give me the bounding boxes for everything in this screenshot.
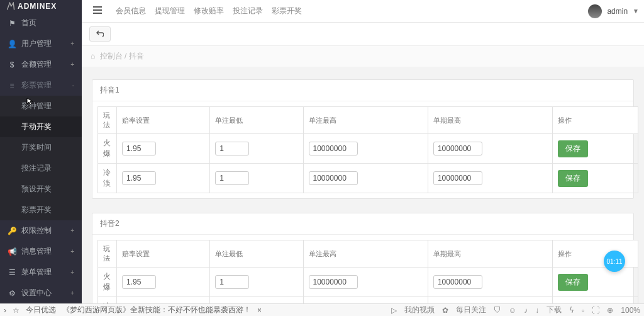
topbar: 会员信息提现管理修改赔率投注记录彩票开奖 admin ▼ <box>82 0 644 23</box>
column-header: 单期最高 <box>428 107 552 134</box>
min-input[interactable] <box>215 142 249 155</box>
sidebar-item-0[interactable]: ⚑首页 <box>0 13 82 33</box>
play-name: 火爆 <box>98 268 117 297</box>
play-name: 冷淡 <box>98 164 117 193</box>
column-header: 玩法 <box>98 107 117 134</box>
status-emoji-icon[interactable]: ☺ <box>509 306 516 315</box>
sidebar-sub-item-1[interactable]: 手动开奖 <box>0 116 82 137</box>
sidebar-sub-item-2[interactable]: 开奖时间 <box>0 137 82 158</box>
sidebar-item-1[interactable]: 👤用户管理+ <box>0 33 82 54</box>
config-panel-1: 抖音2玩法赔率设置单注最低单注最高单期最高操作 火爆 保存 冷淡 保存 <box>92 213 634 303</box>
home-icon: ⌂ <box>91 52 95 60</box>
top-tabs: 会员信息提现管理修改赔率投注记录彩票开奖 <box>116 3 302 19</box>
back-button[interactable] <box>89 26 111 42</box>
status-app-icon[interactable]: ▫ <box>582 306 584 315</box>
sidebar-sub-item-0[interactable]: 彩种管理 <box>0 96 82 116</box>
status-download-icon[interactable]: ↓ <box>535 306 539 315</box>
save-button[interactable]: 保存 <box>558 303 588 304</box>
column-header: 操作 <box>553 107 638 134</box>
expand-icon: + <box>70 269 74 276</box>
sidebar-item-6[interactable]: ☰菜单管理+ <box>0 262 82 283</box>
undo-icon <box>96 30 104 37</box>
column-header: 单注最高 <box>303 107 428 134</box>
sidebar-item-3[interactable]: ≡彩票管理- <box>0 75 82 96</box>
sidebar-item-label: 首页 <box>21 18 74 28</box>
sidebar-item-7[interactable]: ⚙设置中心+ <box>0 283 82 303</box>
bars-icon: ≡ <box>8 81 16 90</box>
status-download[interactable]: 下载 <box>547 305 562 315</box>
top-tab-3[interactable]: 投注记录 <box>233 3 263 19</box>
sidebar-sub-item-5[interactable]: 彩票开奖 <box>0 200 82 220</box>
floating-timer-button[interactable]: 01:11 <box>604 251 625 272</box>
config-table: 玩法赔率设置单注最低单注最高单期最高操作 火爆 保存 冷淡 保存 <box>97 240 638 303</box>
rate-input[interactable] <box>122 171 156 185</box>
status-close-icon[interactable]: × <box>257 306 262 315</box>
caret-down-icon[interactable]: ▼ <box>633 8 639 14</box>
status-my-video[interactable]: 我的视频 <box>404 305 435 315</box>
status-shield-icon[interactable]: ⛉ <box>494 306 501 315</box>
max-bet-input[interactable] <box>309 275 358 289</box>
status-play-icon[interactable]: ▷ <box>391 306 397 315</box>
breadcrumb-root[interactable]: 控制台 <box>100 52 123 60</box>
sidebar-item-label: 用户管理 <box>21 38 70 49</box>
max-period-input[interactable] <box>433 171 482 185</box>
sidebar-item-label: 金额管理 <box>21 59 70 70</box>
status-vol-icon[interactable]: ♪ <box>524 306 528 315</box>
column-header: 单注最低 <box>210 107 303 134</box>
status-quick[interactable]: 今日优选 <box>26 305 56 315</box>
column-header: 单注最高 <box>303 240 428 268</box>
cog-icon: ⚙ <box>8 289 16 298</box>
panel-title: 抖音1 <box>92 80 633 101</box>
rate-input[interactable] <box>122 142 156 155</box>
max-bet-input[interactable] <box>309 171 358 185</box>
top-tab-2[interactable]: 修改赔率 <box>194 3 224 19</box>
sidebar-item-5[interactable]: 📢消息管理+ <box>0 241 82 262</box>
sidebar-item-4[interactable]: 🔑权限控制+ <box>0 220 82 241</box>
key-icon: 🔑 <box>8 227 16 235</box>
status-zoom[interactable]: 100% <box>621 306 640 315</box>
status-zoom-icon[interactable]: ⊕ <box>607 306 613 315</box>
status-daily[interactable]: 每日关注 <box>456 305 486 315</box>
save-button[interactable]: 保存 <box>558 274 588 291</box>
min-input[interactable] <box>215 275 249 289</box>
sidebar-sub-item-4[interactable]: 预设开奖 <box>0 179 82 200</box>
status-speed-icon[interactable]: ϟ <box>569 306 574 315</box>
top-tab-0[interactable]: 会员信息 <box>116 3 146 19</box>
expand-icon: + <box>70 40 74 47</box>
status-calendar-icon[interactable]: ✿ <box>442 306 448 315</box>
save-button[interactable]: 保存 <box>558 170 588 187</box>
status-chevron-icon[interactable]: › <box>4 306 6 315</box>
expand-icon: - <box>72 82 74 89</box>
top-tab-1[interactable]: 提现管理 <box>155 3 185 19</box>
browser-status-bar: › ☆ 今日优选 《梦幻西游网页版》全新技能：不好不怀也能暴袭西游！ × ▷ 我… <box>0 303 644 316</box>
column-header: 单期最高 <box>428 240 552 268</box>
expand-icon: + <box>70 227 74 234</box>
sidebar-sub-item-3[interactable]: 投注记录 <box>0 158 82 179</box>
save-button[interactable]: 保存 <box>558 140 588 157</box>
status-expand-icon[interactable]: ⛶ <box>592 306 599 315</box>
logo-icon <box>6 2 15 11</box>
logo-text: ADMINEX <box>18 2 57 11</box>
max-period-input[interactable] <box>433 275 482 289</box>
sidebar-item-label: 消息管理 <box>21 246 70 257</box>
table-row: 冷淡 保存 <box>98 164 638 193</box>
max-bet-input[interactable] <box>309 142 358 155</box>
flag-icon: ⚑ <box>8 19 16 28</box>
max-period-input[interactable] <box>433 142 482 155</box>
status-star-icon[interactable]: ☆ <box>13 306 19 315</box>
top-tab-4[interactable]: 彩票开奖 <box>272 3 302 19</box>
rate-input[interactable] <box>122 275 156 289</box>
expand-icon: + <box>70 248 74 255</box>
config-panel-0: 抖音1玩法赔率设置单注最低单注最高单期最高操作 火爆 保存 冷淡 保存 <box>92 79 634 199</box>
username[interactable]: admin <box>607 7 628 16</box>
status-marquee[interactable]: 《梦幻西游网页版》全新技能：不好不怀也能暴袭西游！ <box>62 305 251 315</box>
config-table: 玩法赔率设置单注最低单注最高单期最高操作 火爆 保存 冷淡 保存 <box>97 106 638 193</box>
min-input[interactable] <box>215 171 249 185</box>
menu-toggle-button[interactable] <box>87 4 108 18</box>
sidebar-item-label: 权限控制 <box>21 225 70 236</box>
avatar[interactable] <box>588 4 602 18</box>
dollar-icon: $ <box>8 60 16 69</box>
sidebar: ADMINEX ⚑首页👤用户管理+$金额管理+≡彩票管理-彩种管理手动开奖开奖时… <box>0 0 82 303</box>
sidebar-item-2[interactable]: $金额管理+ <box>0 54 82 75</box>
column-header: 单注最低 <box>210 240 303 268</box>
